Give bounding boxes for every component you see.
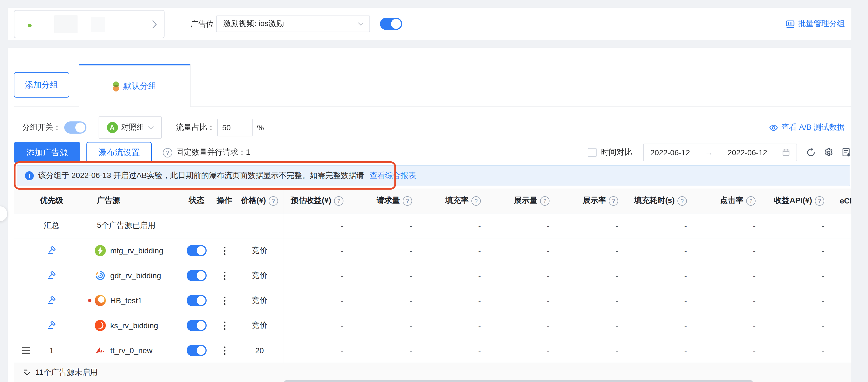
metric-cell: - (627, 213, 696, 238)
add-ad-source-button[interactable]: 添加广告源 (14, 142, 80, 163)
waterfall-settings-button[interactable]: 瀑布流设置 (86, 142, 152, 163)
add-group-button[interactable]: 添加分组 (14, 72, 69, 97)
help-icon[interactable] (403, 196, 412, 205)
help-icon[interactable] (609, 196, 618, 205)
view-ab-data-link[interactable]: 查看 A/B 测试数据 (769, 122, 845, 133)
price-cell: 竞价 (236, 263, 284, 288)
ad-source-row: mtg_rv_bidding竞价-------- (14, 238, 851, 263)
metric-cell: - (284, 288, 352, 313)
metric-cell: - (558, 263, 627, 288)
group-switch-toggle[interactable] (64, 121, 86, 134)
priority-cell (14, 288, 75, 313)
priority-cell (14, 238, 75, 263)
column-header-label: 点击率 (720, 196, 743, 206)
drag-handle-icon[interactable] (22, 347, 30, 354)
ad-source-row: ks_rv_bidding竞价-------- (14, 313, 851, 338)
column-header-12: 点击率 (696, 188, 765, 213)
batch-manage-groups-link[interactable]: 批量管理分组 (785, 8, 845, 40)
price-cell: 竞价 (236, 238, 284, 263)
metric-cell: - (490, 238, 558, 263)
metric-cell: - (490, 213, 558, 238)
drawer-collapse-handle[interactable] (0, 206, 7, 221)
help-icon[interactable] (471, 196, 481, 205)
help-icon[interactable] (334, 196, 343, 205)
source-enabled-toggle[interactable] (187, 270, 207, 281)
group-panel-card: 添加分组 默认分组 分组开关： A 对照组 流量占比： % 查看 A/B 测试数… (8, 48, 851, 382)
source-cell: HB_test1 (75, 288, 180, 313)
warning-dot (88, 299, 91, 302)
column-header-11: 填充耗时(s) (627, 188, 696, 213)
expand-icon (23, 369, 31, 377)
chevron-down-icon (148, 125, 154, 129)
help-icon[interactable] (815, 196, 824, 205)
group-venn-icon (113, 81, 119, 91)
column-header-1: 优先级 (14, 188, 75, 213)
source-enabled-toggle[interactable] (187, 345, 207, 356)
ad-source-row: HB_test1竞价-------- (14, 288, 851, 313)
column-header-10: 展示率 (558, 188, 627, 213)
metric-cell: - (352, 213, 421, 238)
board-icon (785, 19, 795, 29)
row-menu-button[interactable] (221, 344, 227, 357)
waterfall-page: 广告位 激励视频: ios激励 批量管理分组 添加分组 默认分组 分组开关： A… (0, 0, 868, 382)
group-select[interactable]: A 对照组 (99, 116, 162, 139)
metric-cell (833, 263, 851, 288)
bid-icon (47, 245, 56, 256)
metric-cell: - (627, 313, 696, 337)
placement-select[interactable]: 激励视频: ios激励 (216, 16, 370, 32)
help-icon[interactable] (677, 196, 687, 205)
refresh-icon[interactable] (806, 147, 816, 157)
help-icon[interactable] (269, 196, 278, 205)
app-selector[interactable] (14, 10, 164, 38)
group-a-badge: A (106, 122, 118, 133)
source-enabled-toggle[interactable] (187, 320, 207, 331)
metric-cell: - (696, 313, 765, 337)
redacted-app-name (54, 15, 78, 33)
status-cell (180, 238, 213, 263)
date-range-picker[interactable]: 2022-06-12 → 2022-06-12 (643, 144, 797, 161)
source-cell: gdt_rv_bidding (75, 263, 180, 288)
disabled-sources-footer[interactable]: 11个广告源未启用 (14, 363, 851, 382)
help-icon[interactable] (746, 196, 755, 205)
chevron-right-icon (152, 20, 157, 29)
priority-cell (14, 263, 75, 288)
ad-source-row: 1tt_rv_0_new20-------- (14, 338, 851, 363)
export-report-icon[interactable] (841, 147, 851, 157)
metric-cell: - (765, 263, 833, 288)
metric-cell: - (765, 213, 833, 238)
gdt-icon (95, 270, 106, 281)
row-menu-button[interactable] (221, 269, 227, 282)
source-enabled-toggle[interactable] (187, 245, 207, 256)
help-icon[interactable] (540, 196, 550, 205)
metric-cell: - (352, 238, 421, 263)
row-menu-button[interactable] (221, 319, 227, 332)
tab-default-group[interactable]: 默认分组 (79, 64, 191, 107)
eye-icon (769, 123, 778, 132)
column-header-label: 状态 (189, 196, 205, 206)
metric-cell: - (765, 338, 833, 362)
traffic-share-input[interactable] (217, 119, 253, 137)
row-menu-button[interactable] (221, 294, 227, 307)
metric-cell: - (490, 338, 558, 362)
placement-toggle[interactable] (380, 18, 402, 30)
source-name: tt_rv_0_new (110, 346, 153, 355)
metric-cell: - (765, 313, 833, 337)
column-header-9: 展示量 (490, 188, 558, 213)
view-full-report-link[interactable]: 查看综合报表 (369, 171, 416, 181)
column-header-14: eCPM (833, 188, 851, 213)
ad-source-row: gdt_rv_bidding竞价-------- (14, 263, 851, 288)
summary-price-cell (236, 213, 284, 238)
status-cell (180, 263, 213, 288)
column-header-label: 操作 (217, 196, 232, 206)
time-compare-checkbox[interactable] (588, 148, 596, 157)
parallel-request-help-icon[interactable] (163, 148, 172, 157)
traffic-share-label: 流量占比： (176, 122, 215, 133)
horizontal-scrollbar-thumb[interactable] (284, 380, 753, 382)
source-enabled-toggle[interactable] (187, 295, 207, 306)
metric-cell: - (421, 213, 490, 238)
row-menu-button[interactable] (221, 244, 227, 257)
mintegral-icon (95, 245, 106, 256)
info-icon (25, 171, 34, 180)
column-header-4: 操作 (213, 188, 236, 213)
settings-gear-icon[interactable] (824, 147, 834, 157)
